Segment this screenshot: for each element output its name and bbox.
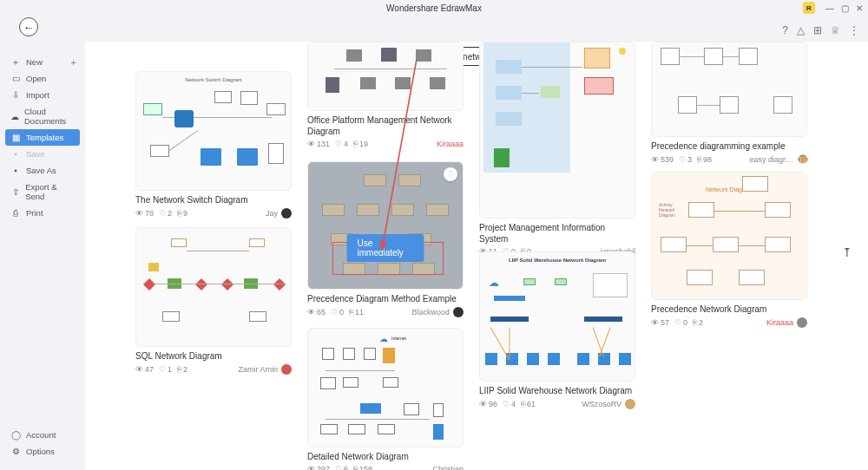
menu-icon[interactable]: ⋮ [849, 24, 859, 36]
sidebar-item-label: Options [26, 447, 55, 456]
use-immediately-button[interactable]: Use immediately [347, 234, 424, 262]
likes-count: ♡ 1 [159, 365, 172, 374]
sidebar-item-label: Account [26, 430, 56, 440]
save-icon: ▪ [10, 150, 21, 159]
template-thumbnail[interactable]: ♡ Use immediately [307, 161, 464, 290]
minimize-icon[interactable]: — [825, 3, 834, 13]
views-count: 👁 65 [307, 308, 326, 317]
bell-icon[interactable]: △ [797, 24, 805, 36]
template-card[interactable]: LIIP Solid Warehouse Network Diagram ☁ [479, 251, 635, 409]
author-name: Kiraaaa [437, 140, 464, 148]
copies-count: ⎘ 61 [521, 400, 536, 408]
import-icon: ⇩ [10, 91, 21, 100]
close-icon[interactable]: ✕ [856, 3, 863, 13]
window-controls: R — ▢ ✕ [803, 0, 863, 16]
views-count: 👁 131 [307, 140, 330, 148]
template-title: Precedence Diagram Method Example [307, 293, 464, 304]
sidebar-item-saveas[interactable]: ▪ Save As [0, 162, 85, 179]
template-meta: 👁 131 ♡ 4 ⎘ 19 Kiraaaa [307, 140, 464, 148]
cloud-icon: ☁ [379, 334, 388, 343]
views-count: 👁 539 [651, 155, 674, 164]
likes-count: ♡ 0 [674, 318, 687, 327]
sidebar: ＋ New + ▭ Open ⇩ Import ☁ Cloud Document… [0, 50, 85, 470]
template-thumbnail[interactable] [651, 42, 807, 137]
author-name: Kiraaaa [766, 318, 793, 327]
sidebar-item-label: Save [26, 149, 45, 159]
add-icon[interactable]: + [71, 57, 76, 68]
template-card[interactable]: ♡ Use immediately Precedence Diagram Met… [307, 161, 464, 317]
sidebar-item-new[interactable]: ＋ New + [0, 54, 85, 70]
thumb-header: LIIP Solid Warehouse Network Diagram [480, 258, 635, 263]
maximize-icon[interactable]: ▢ [841, 3, 849, 13]
template-thumbnail[interactable] [307, 42, 464, 111]
main-panel: ⌕ All ≡ ⤒ Network Switch Diagram [85, 42, 868, 470]
template-card[interactable]: Office Platform Management Network Diagr… [307, 42, 464, 148]
sidebar-item-export[interactable]: ⇧ Export & Send [0, 179, 85, 205]
export-icon: ⇧ [10, 187, 20, 196]
sidebar-item-account[interactable]: ◯ Account [0, 427, 85, 443]
favorite-button[interactable]: ♡ [444, 167, 457, 181]
sidebar-item-label: Import [26, 90, 49, 100]
saveas-icon: ▪ [10, 166, 21, 175]
template-card[interactable]: Network Switch Diagram The Network Switc… [135, 71, 292, 219]
template-meta: 👁 65 ♡ 0 ⎘ 11 Blackwood [307, 307, 464, 317]
sidebar-item-cloud[interactable]: ☁ Cloud Documents [0, 103, 85, 129]
sidebar-item-templates[interactable]: ▦ Templates [5, 129, 80, 146]
copies-count: ⎘ 98 [697, 155, 712, 164]
copies-count: ⎘ 9 [177, 209, 187, 218]
grid-icon[interactable]: ⊞ [813, 24, 822, 36]
author-name: Christian [432, 465, 464, 470]
author-name: Blackwood [411, 308, 450, 317]
arrow-left-icon: ← [23, 21, 35, 34]
user-icon: ◯ [10, 431, 21, 440]
scroll-to-top-button[interactable]: ⤒ [842, 245, 852, 259]
views-count: 👁 96 [479, 400, 497, 408]
template-card[interactable]: Network Diagram ActivityNetworkDiagram P… [651, 172, 807, 328]
plus-icon: ＋ [10, 58, 21, 67]
template-thumbnail[interactable]: Network Diagram ActivityNetworkDiagram [651, 172, 807, 300]
sidebar-item-label: Export & Send [25, 182, 75, 201]
template-card[interactable]: SQL Network Diagram 👁 47 ♡ 1 ⎘ 2 Zamir A… [135, 227, 292, 375]
template-title: SQL Network Diagram [135, 350, 292, 362]
avatar: 🐵 [797, 154, 807, 165]
likes-count: ♡ 6 [335, 465, 348, 470]
avatar [281, 208, 292, 219]
templates-icon: ▦ [10, 134, 21, 142]
template-meta: 👁 47 ♡ 1 ⎘ 2 Zamir Amiri [135, 364, 292, 375]
template-meta: 👁 539 ♡ 3 ⎘ 98 easy diagr…🐵 [651, 154, 807, 165]
template-title: LIIP Solid Warehouse Network Diagram [479, 385, 635, 396]
user-badge[interactable]: R [803, 2, 815, 14]
views-count: 👁 78 [135, 209, 154, 218]
sidebar-item-open[interactable]: ▭ Open [0, 70, 85, 87]
template-thumbnail[interactable]: ☁ Internet [307, 328, 464, 447]
thumb-header: Network Switch Diagram [136, 77, 291, 82]
avatar [281, 364, 292, 375]
template-card[interactable]: Precedence diagramming example 👁 539 ♡ 3… [651, 42, 807, 165]
template-thumbnail[interactable]: LIIP Solid Warehouse Network Diagram ☁ [479, 251, 635, 382]
sidebar-item-label: Save As [26, 166, 56, 175]
template-meta: 👁 297 ♡ 6 ⎘ 158 Christian [307, 465, 464, 470]
template-thumbnail[interactable]: Network Switch Diagram [135, 71, 292, 191]
print-icon: ⎙ [10, 209, 21, 218]
template-meta: 👁 96 ♡ 4 ⎘ 61 WSzosoRV [479, 399, 635, 409]
avatar [625, 399, 635, 409]
views-count: 👁 297 [307, 465, 330, 470]
template-card[interactable]: Project Management Information System 👁 … [479, 42, 635, 256]
help-icon[interactable]: ? [782, 24, 788, 36]
gear-icon: ⚙ [10, 447, 21, 456]
views-count: 👁 57 [651, 318, 669, 327]
sidebar-item-import[interactable]: ⇩ Import [0, 87, 85, 103]
template-thumbnail[interactable] [135, 227, 292, 347]
back-button[interactable]: ← [19, 17, 38, 36]
template-meta: 👁 78 ♡ 2 ⎘ 9 Jay [135, 208, 292, 219]
sidebar-item-label: Cloud Documents [24, 107, 75, 126]
sidebar-item-options[interactable]: ⚙ Options [0, 443, 85, 460]
template-card[interactable]: ☁ Internet Detailed Network Diagram [307, 328, 464, 470]
template-title: Office Platform Management Network Diagr… [307, 114, 464, 137]
template-title: Precedence Network Diagram [651, 304, 807, 315]
app-icon[interactable]: ♕ [831, 24, 840, 36]
template-thumbnail[interactable] [479, 42, 635, 219]
sidebar-item-print[interactable]: ⎙ Print [0, 205, 85, 221]
likes-count: ♡ 0 [331, 308, 344, 317]
app-title: Wondershare EdrawMax [386, 3, 482, 13]
